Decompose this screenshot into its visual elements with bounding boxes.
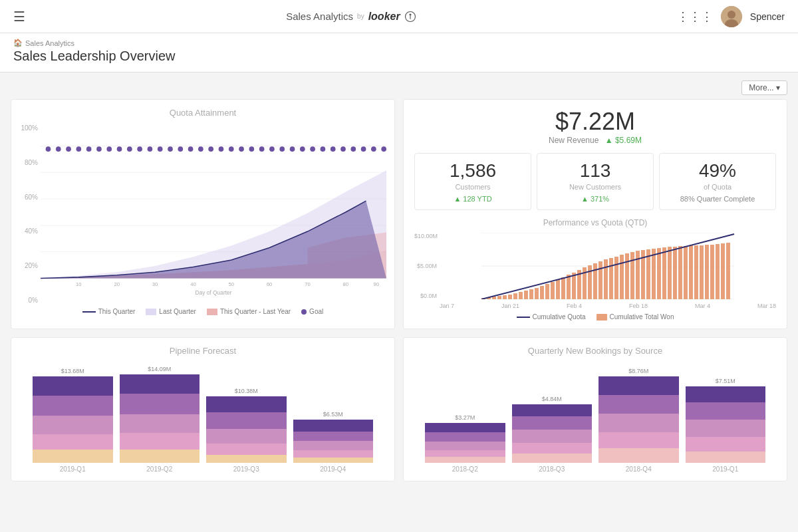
bookings-panel: Quarterly New Bookings by Source $3.27M … — [403, 337, 787, 481]
svg-point-26 — [188, 146, 194, 152]
pipeline-q4-seg5 — [293, 458, 374, 463]
header-title-area: Sales Analytics by looker — [286, 11, 416, 23]
pipeline-bar-q2: $14.09M 2019-Q2 — [120, 366, 200, 473]
apps-grid-icon[interactable]: ⋮⋮⋮ — [677, 9, 713, 24]
svg-rect-103 — [716, 244, 720, 299]
svg-point-29 — [219, 146, 224, 152]
bookings-2018q4-seg5 — [598, 448, 679, 463]
bookings-2019q1-label: 2019-Q1 — [712, 466, 738, 473]
svg-rect-100 — [700, 245, 704, 299]
pipeline-q1-seg4 — [33, 434, 113, 450]
svg-rect-99 — [694, 245, 698, 299]
svg-point-17 — [96, 146, 102, 152]
menu-icon[interactable]: ☰ — [13, 9, 25, 25]
bookings-2018q4-stack — [598, 376, 679, 463]
pipeline-q1-label: 2019-Q1 — [60, 466, 86, 473]
cumulative-won-bar — [597, 314, 607, 321]
svg-rect-85 — [620, 255, 624, 299]
pipeline-q3-seg1 — [206, 396, 287, 412]
svg-point-13 — [56, 146, 61, 152]
svg-point-31 — [239, 146, 244, 152]
pipeline-q3-seg4 — [206, 444, 287, 455]
svg-rect-87 — [630, 252, 634, 299]
bookings-2018q4-seg3 — [598, 414, 679, 432]
svg-text:30: 30 — [152, 281, 158, 287]
svg-rect-69 — [535, 288, 539, 299]
svg-text:60: 60 — [267, 281, 272, 287]
bookings-2018q3-label: 2018-Q3 — [539, 466, 565, 473]
bookings-2018q3-seg1 — [512, 404, 593, 416]
pipeline-q1-seg5 — [33, 450, 113, 463]
legend-last-year-area — [207, 309, 217, 315]
svg-point-23 — [158, 146, 163, 152]
legend-goal-dot — [301, 309, 307, 315]
svg-point-12 — [46, 146, 51, 152]
new-customers-name: New Customers — [543, 183, 648, 191]
svg-text:Day of Quarter: Day of Quarter — [195, 289, 231, 296]
svg-rect-83 — [609, 258, 613, 299]
quota-value: 49% — [665, 160, 770, 182]
customers-name: Customers — [420, 183, 525, 191]
bookings-2019q1-value: $7.51M — [716, 378, 735, 384]
more-btn-row: More... ▾ — [11, 80, 787, 95]
svg-point-28 — [208, 146, 213, 152]
quota-y-axis: 100% 80% 60% 40% 20% 0% — [19, 124, 41, 304]
svg-rect-102 — [710, 245, 714, 299]
pipeline-q2-label: 2019-Q2 — [146, 466, 172, 473]
svg-point-1 — [409, 13, 411, 15]
legend-cumulative-quota: Cumulative Quota — [517, 313, 586, 321]
svg-rect-94 — [668, 247, 672, 299]
brand-name: looker — [368, 11, 400, 23]
svg-rect-95 — [673, 247, 677, 299]
avatar-image — [721, 6, 742, 27]
svg-text:20: 20 — [114, 281, 119, 287]
bookings-bar-q3-2018: $4.84M 2018-Q3 — [512, 396, 593, 473]
user-name: Spencer — [750, 11, 785, 22]
svg-rect-105 — [726, 243, 730, 299]
svg-rect-84 — [614, 257, 618, 299]
pipeline-bar-q4: $6.53M 2019-Q4 — [293, 411, 374, 473]
svg-point-20 — [127, 146, 132, 152]
legend-last-year: This Quarter - Last Year — [207, 308, 291, 315]
customers-value: 1,586 — [420, 160, 525, 182]
pipeline-q1-seg2 — [33, 396, 113, 415]
svg-rect-96 — [678, 246, 682, 299]
svg-point-44 — [371, 146, 376, 152]
header-left: ☰ — [13, 9, 25, 25]
pvq-x-labels: Jan 7 Jan 21 Feb 4 Feb 18 Mar 4 Mar 18 — [440, 303, 776, 309]
svg-point-30 — [229, 146, 234, 152]
quota-sub: 88% Quarter Complete — [665, 195, 770, 203]
pipeline-bar-q1: $13.68M 2019-Q1 — [33, 368, 113, 473]
revenue-label-area: New Revenue ▲ $5.69M — [414, 136, 776, 145]
breadcrumb-parent[interactable]: Sales Analytics — [25, 39, 74, 47]
pvq-legend: Cumulative Quota Cumulative Total Won — [414, 313, 776, 321]
revenue-value: $7.22M — [414, 108, 776, 136]
svg-rect-73 — [556, 279, 560, 299]
svg-point-4 — [728, 11, 735, 19]
quota-chart-svg: 10 20 30 40 50 60 70 80 90 Day of Quarte… — [41, 126, 386, 299]
bookings-2018q3-seg4 — [512, 443, 593, 454]
svg-rect-76 — [572, 273, 576, 299]
new-customers-value: 113 — [543, 160, 648, 182]
svg-rect-67 — [524, 291, 528, 299]
svg-point-40 — [331, 146, 336, 152]
user-avatar[interactable] — [721, 6, 742, 27]
pipeline-q3-value: $10.38M — [235, 388, 258, 394]
new-customers-sub: ▲ 371% — [543, 195, 648, 203]
bookings-2019q1-seg2 — [686, 402, 766, 420]
revenue-kpi: $7.22M New Revenue ▲ $5.69M — [414, 108, 776, 145]
pipeline-forecast-panel: Pipeline Forecast $13.68M 2019-Q1 $14.09… — [11, 337, 395, 481]
svg-point-45 — [381, 146, 386, 152]
svg-rect-70 — [540, 286, 544, 299]
bookings-2018q3-value: $4.84M — [542, 396, 562, 402]
svg-point-41 — [340, 146, 346, 152]
bookings-bar-q1-2019: $7.51M 2019-Q1 — [686, 378, 766, 473]
legend-last-quarter: Last Quarter — [146, 308, 196, 315]
pipeline-q4-seg3 — [293, 441, 374, 450]
more-button[interactable]: More... ▾ — [741, 80, 787, 95]
quota-name: of Quota — [665, 183, 770, 191]
app-header: ☰ Sales Analytics by looker ⋮⋮⋮ Spencer — [0, 0, 798, 33]
breadcrumb: 🏠 Sales Analytics — [13, 39, 785, 47]
svg-point-42 — [350, 146, 356, 152]
svg-text:40: 40 — [190, 281, 196, 287]
